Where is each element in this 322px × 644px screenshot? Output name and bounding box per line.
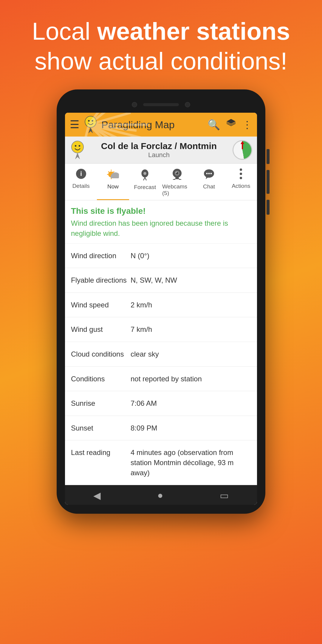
tab-chat[interactable]: Chat (193, 164, 225, 200)
row-label-3: Wind gust (71, 324, 131, 335)
table-row: Wind direction N (0°) (65, 244, 257, 268)
row-label-4: Cloud conditions (71, 349, 131, 359)
location-header: Col de la Forclaz / Montmin Launch (65, 137, 257, 164)
svg-point-49 (240, 168, 242, 171)
table-row: Wind speed 2 km/h (65, 293, 257, 318)
svg-point-46 (206, 173, 208, 174)
promo-header: Local weather stations show actual condi… (0, 0, 322, 89)
side-buttons (267, 149, 270, 215)
table-row: Flyable directions N, SW, W, NW (65, 268, 257, 293)
tab-now-label: Now (107, 183, 119, 190)
content-area: This site is flyable! Wind direction has… (65, 200, 257, 485)
svg-point-34 (143, 172, 146, 175)
svg-point-48 (210, 173, 212, 174)
svg-point-47 (208, 173, 210, 174)
row-value-6: 7:06 AM (131, 398, 251, 408)
svg-rect-41 (175, 177, 179, 179)
wind-arrow (242, 143, 243, 149)
home-button[interactable]: ● (157, 490, 163, 501)
tab-bar: i Details (65, 164, 257, 200)
svg-rect-32 (111, 176, 119, 178)
table-row: Wind gust 7 km/h (65, 317, 257, 342)
actions-icon (239, 168, 243, 181)
row-label-1: Flyable directions (71, 275, 131, 285)
sunrays-decoration (65, 113, 257, 137)
speaker (143, 103, 179, 106)
now-icon (107, 168, 119, 182)
forecast-icon (140, 168, 150, 182)
tab-actions[interactable]: Actions (225, 164, 257, 200)
svg-line-26 (108, 171, 109, 172)
back-button[interactable]: ◀ (93, 490, 101, 501)
row-value-7: 8:09 PM (131, 423, 251, 433)
phone-top-bar (65, 98, 257, 113)
svg-point-51 (240, 177, 242, 179)
promo-text-normal: Local (32, 18, 97, 45)
location-type: Launch (85, 151, 233, 159)
svg-point-17 (75, 145, 76, 147)
promo-line1: Local weather stations (18, 18, 304, 45)
location-info: Col de la Forclaz / Montmin Launch (85, 141, 233, 159)
tab-details-label: Details (72, 183, 90, 189)
front-camera (132, 102, 137, 107)
wind-indicator (233, 140, 252, 160)
table-row: Conditions not reported by station (65, 367, 257, 391)
recents-button[interactable]: ▭ (220, 490, 229, 501)
row-value-8: 4 minutes ago (observation from station … (131, 448, 251, 478)
flyable-title: This site is flyable! (71, 206, 251, 216)
flyable-banner: This site is flyable! Wind direction has… (65, 200, 257, 243)
table-row: Last reading 4 minutes ago (observation … (65, 440, 257, 485)
svg-point-16 (72, 141, 83, 153)
promo-text-bold: weather stations (97, 18, 290, 45)
row-value-5: not reported by station (131, 374, 251, 384)
row-value-1: N, SW, W, NW (131, 275, 251, 285)
power-button (267, 149, 270, 164)
webcams-icon (171, 168, 183, 182)
data-table: Wind direction N (0°) Flyable directions… (65, 244, 257, 485)
details-icon: i (76, 168, 86, 181)
svg-point-18 (79, 145, 80, 147)
app-toolbar: ☰ Paragliding Map 🔍 ⋮ (65, 113, 257, 137)
row-value-0: N (0°) (131, 251, 251, 261)
row-label-6: Sunrise (71, 398, 131, 408)
svg-line-43 (179, 179, 181, 180)
svg-line-28 (113, 171, 114, 172)
row-label-2: Wind speed (71, 300, 131, 310)
svg-line-42 (173, 179, 175, 180)
svg-point-40 (176, 172, 177, 173)
flyable-description: Wind direction has been ignored because … (71, 218, 251, 238)
bottom-nav: ◀ ● ▭ (65, 485, 257, 505)
row-value-2: 2 km/h (131, 300, 251, 310)
location-logo (70, 140, 85, 160)
row-label-8: Last reading (71, 448, 131, 458)
row-value-4: clear sky (131, 349, 251, 359)
promo-line2: show actual conditions! (18, 48, 304, 75)
chat-icon (203, 168, 215, 182)
tab-actions-label: Actions (232, 183, 250, 189)
row-label-0: Wind direction (71, 251, 131, 261)
svg-line-35 (143, 177, 145, 180)
phone-screen: ☰ Paragliding Map 🔍 ⋮ (65, 113, 257, 505)
volume-up-button (267, 170, 270, 194)
table-row: Sunset 8:09 PM (65, 416, 257, 441)
tab-now[interactable]: Now (97, 164, 129, 200)
svg-line-5 (83, 125, 89, 137)
tab-webcams[interactable]: Webcams (5) (161, 164, 193, 200)
tab-forecast-label: Forecast (134, 184, 156, 191)
svg-line-36 (145, 177, 146, 180)
phone-mockup: ☰ Paragliding Map 🔍 ⋮ (57, 89, 265, 514)
location-name: Col de la Forclaz / Montmin (85, 141, 233, 151)
row-label-5: Conditions (71, 374, 131, 384)
row-label-7: Sunset (71, 423, 131, 433)
row-value-3: 7 km/h (131, 324, 251, 335)
svg-point-50 (240, 173, 242, 175)
tab-webcams-label: Webcams (5) (162, 183, 192, 196)
svg-text:i: i (80, 170, 82, 177)
table-row: Cloud conditions clear sky (65, 342, 257, 367)
tab-forecast[interactable]: Forecast (129, 164, 161, 200)
tab-details[interactable]: i Details (65, 164, 97, 200)
volume-down-button (267, 200, 270, 215)
table-row: Sunrise 7:06 AM (65, 391, 257, 416)
sensor (185, 102, 190, 107)
tab-chat-label: Chat (203, 183, 215, 190)
